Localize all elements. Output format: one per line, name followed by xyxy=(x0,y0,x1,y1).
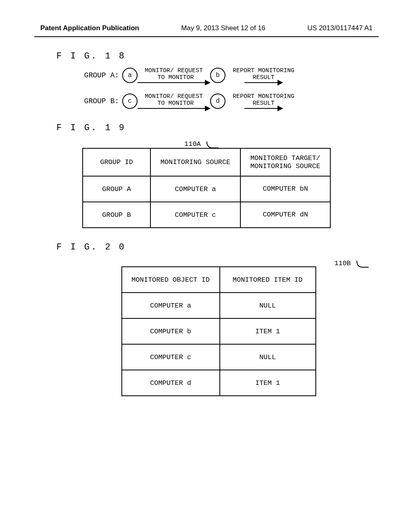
fig19-wrap: 110A GROUP ID MONITORING SOURCE MONITORE… xyxy=(0,139,413,228)
fig20-table: MONITORED OBJECT ID MONITORED ITEM ID CO… xyxy=(121,266,316,396)
fig20-h2: MONITORED ITEM ID xyxy=(220,267,316,293)
cell: COMPUTER b xyxy=(122,318,220,344)
arrow-a-label: MONITOR/ REQUEST TO MONITOR xyxy=(145,67,203,81)
fig18-label: F I G. 1 8 xyxy=(56,51,413,61)
table-row: GROUP ID MONITORING SOURCE MONITORED TAR… xyxy=(83,148,330,176)
cell: ITEM 1 xyxy=(220,370,316,396)
cell: COMPUTER a xyxy=(150,176,240,202)
group-a-label: GROUP A: xyxy=(81,71,119,79)
fig19-label: F I G. 1 9 xyxy=(56,123,413,133)
cell: COMPUTER dN xyxy=(240,202,330,228)
arrow-d-out: REPORT MONITORING RESULT xyxy=(233,93,294,109)
table-row: GROUP B COMPUTER c COMPUTER dN xyxy=(83,202,330,228)
table-row: COMPUTER b ITEM 1 xyxy=(122,318,316,344)
header-right: US 2013/0117447 A1 xyxy=(307,24,373,32)
fig20-ref-text: 110B xyxy=(334,260,351,267)
cell: NULL xyxy=(220,344,316,370)
cell: COMPUTER d xyxy=(122,370,220,396)
table-row: MONITORED OBJECT ID MONITORED ITEM ID xyxy=(122,267,316,293)
node-d: d xyxy=(210,94,225,109)
cell: ITEM 1 xyxy=(220,318,316,344)
fig20-ref: 110B xyxy=(334,258,369,267)
fig20-wrap: 110B MONITORED OBJECT ID MONITORED ITEM … xyxy=(24,258,413,396)
cell: COMPUTER a xyxy=(122,293,220,318)
fig18-row-a: GROUP A: a MONITOR/ REQUEST TO MONITOR b… xyxy=(81,67,413,83)
table-row: COMPUTER a NULL xyxy=(122,293,316,318)
ref-curve-icon xyxy=(357,261,369,268)
node-b: b xyxy=(210,68,225,83)
fig19-ref-text: 110A xyxy=(184,140,201,148)
table-row: GROUP A COMPUTER a COMPUTER bN xyxy=(83,176,330,202)
fig18-row-b: GROUP B: c MONITOR/ REQUEST TO MONITOR d… xyxy=(81,93,413,109)
group-b-label: GROUP B: xyxy=(81,97,119,105)
node-c: c xyxy=(122,94,138,109)
header-left: Patent Application Publication xyxy=(40,24,139,32)
fig19-h2: MONITORING SOURCE xyxy=(150,148,240,176)
arrow-d-label: REPORT MONITORING RESULT xyxy=(233,93,294,107)
cell: COMPUTER c xyxy=(122,344,220,370)
arrow-a-to-b: MONITOR/ REQUEST TO MONITOR xyxy=(138,67,210,83)
cell: COMPUTER c xyxy=(150,202,240,228)
fig18-diagram: GROUP A: a MONITOR/ REQUEST TO MONITOR b… xyxy=(81,67,413,109)
arrow-c-label: MONITOR/ REQUEST TO MONITOR xyxy=(145,93,203,107)
fig19-table: GROUP ID MONITORING SOURCE MONITORED TAR… xyxy=(82,148,331,228)
arrow-b-out: REPORT MONITORING RESULT xyxy=(233,67,294,83)
page-header: Patent Application Publication May 9, 20… xyxy=(0,0,413,36)
table-row: COMPUTER c NULL xyxy=(122,344,316,370)
table-row: COMPUTER d ITEM 1 xyxy=(122,370,316,396)
cell: NULL xyxy=(220,293,316,318)
ref-curve-icon xyxy=(206,141,219,148)
fig19-ref: 110A xyxy=(184,139,219,148)
fig20-label: F I G. 2 0 xyxy=(56,242,413,252)
node-a: a xyxy=(122,68,138,83)
header-rule xyxy=(34,36,379,37)
fig19-h1: GROUP ID xyxy=(83,148,150,176)
cell: GROUP B xyxy=(83,202,150,228)
cell: GROUP A xyxy=(83,176,150,202)
cell: COMPUTER bN xyxy=(240,176,330,202)
fig19-h3: MONITORED TARGET/ MONITORING SOURCE xyxy=(240,148,330,176)
fig20-h1: MONITORED OBJECT ID xyxy=(122,267,220,293)
arrow-b-label: REPORT MONITORING RESULT xyxy=(233,67,294,81)
header-mid: May 9, 2013 Sheet 12 of 16 xyxy=(181,24,265,32)
arrow-c-to-d: MONITOR/ REQUEST TO MONITOR xyxy=(138,93,210,109)
